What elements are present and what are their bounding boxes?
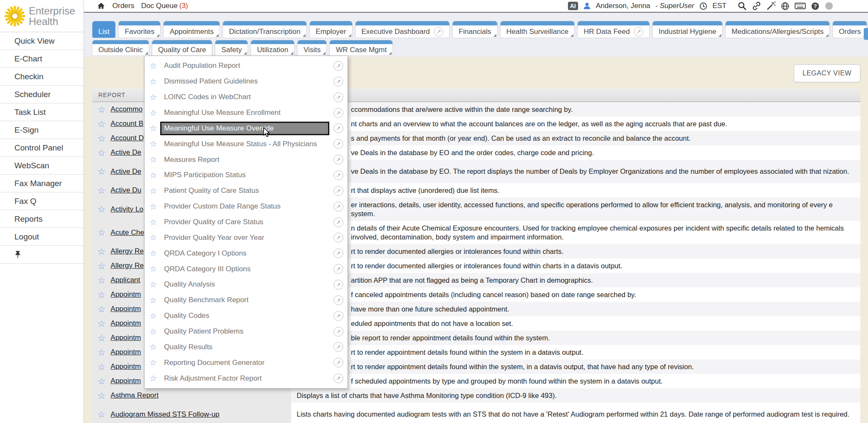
clock-icon[interactable] [699,2,707,10]
popout-arrow-icon[interactable]: ↗ [334,123,343,133]
menu-item[interactable]: ☆ QRDA Category III Options ↗ [145,261,348,277]
menu-item[interactable]: ☆ Meaningful Use Measure Enrollment ↗ [145,105,348,121]
sidebar-pin-row[interactable] [0,246,83,264]
report-link[interactable]: Applicant [111,276,140,284]
menu-item[interactable]: ☆ LOINC Codes in WebChart ↗ [145,89,348,105]
report-link[interactable]: Active De [111,148,142,157]
favorite-star-icon[interactable]: ☆ [97,205,106,214]
favorite-star-icon[interactable]: ☆ [150,359,157,367]
tab[interactable]: HR Data Feed ↗ [578,21,649,38]
popout-arrow-icon[interactable]: ↗ [334,92,343,102]
menu-item[interactable]: ☆ Quality Patient Problems ↗ [145,324,348,340]
sidebar-item[interactable]: Checkin [0,68,83,86]
favorite-star-icon[interactable]: ☆ [150,140,157,148]
popout-arrow-icon[interactable]: ↗ [334,295,343,305]
app-logo[interactable]: /* petals drawn below via JS */ [0,0,83,32]
menu-item[interactable]: ☆ Measures Report ↗ [145,152,348,167]
popout-arrow-icon[interactable]: ↗ [334,358,343,367]
popout-arrow-icon[interactable]: ↗ [334,233,343,242]
report-link[interactable]: Accommo [111,105,143,114]
menu-item[interactable]: ☆ MIPS Participation Status ↗ [145,167,348,183]
legacy-view-button[interactable]: LEGACY VIEW [794,64,860,82]
sidebar-item[interactable]: Logout [0,228,83,246]
search-icon[interactable] [737,1,747,11]
favorite-star-icon[interactable]: ☆ [97,276,106,285]
keyboard-icon[interactable] [795,2,806,10]
popout-arrow-icon[interactable]: ↗ [334,170,343,180]
tab[interactable]: Safety ↗ [215,40,248,56]
popout-arrow-icon[interactable]: ↗ [334,327,343,337]
report-link[interactable]: Active Du [111,186,142,195]
tab[interactable]: Orders ↗ [833,21,867,38]
popout-arrow-icon[interactable]: ↗ [434,27,443,36]
popout-arrow-icon[interactable]: ↗ [334,342,343,352]
popout-arrow-icon[interactable]: ↗ [334,202,343,212]
report-link[interactable]: Appointm [111,290,141,299]
sidebar-item[interactable]: Quick View [0,32,83,50]
popout-arrow-icon[interactable]: ↗ [334,61,343,71]
popout-arrow-icon[interactable]: ↗ [334,77,343,86]
favorite-star-icon[interactable]: ☆ [150,374,157,382]
tab[interactable]: Outside Clinic ↗ [92,40,149,56]
popout-arrow-icon[interactable]: ↗ [334,248,343,258]
favorite-star-icon[interactable]: ☆ [97,305,106,314]
report-link[interactable]: Account D [111,134,144,142]
favorite-star-icon[interactable]: ☆ [97,105,106,114]
ai-badge[interactable]: AI [568,2,578,10]
menu-item[interactable]: ☆ Quality Results ↗ [145,339,348,355]
sidebar-item[interactable]: E-Chart [0,50,83,68]
favorite-star-icon[interactable]: ☆ [150,78,157,86]
favorite-star-icon[interactable]: ☆ [150,296,157,304]
link-icon[interactable] [752,1,761,11]
tab[interactable]: WR Case Mgmt ↗ [330,40,392,56]
favorite-star-icon[interactable]: ☆ [150,203,157,211]
menu-item[interactable]: ☆ Dismissed Patient Guidelines ↗ [145,74,348,89]
home-icon[interactable] [97,2,106,10]
favorite-star-icon[interactable]: ☆ [150,187,157,195]
favorite-star-icon[interactable]: ☆ [97,120,106,128]
report-link[interactable]: Appointm [111,348,141,356]
favorite-star-icon[interactable]: ☆ [97,167,106,176]
menu-item[interactable]: ☆ Quality Benchmark Report ↗ [145,292,348,308]
popout-arrow-icon[interactable]: ↗ [334,217,343,227]
user-name[interactable]: Anderson, Jenna [596,2,651,10]
favorite-star-icon[interactable]: ☆ [97,362,106,371]
favorite-star-icon[interactable]: ☆ [97,290,106,299]
sidebar-item[interactable]: Fax Q [0,192,83,210]
menu-item[interactable]: ☆ Patient Quality of Care Status ↗ [145,183,348,199]
tab[interactable]: Dictation/Transcription ↗ [223,21,306,38]
wand-icon[interactable] [766,1,776,11]
menu-item[interactable]: ☆ Audit Population Report ↗ [145,58,348,74]
report-link[interactable]: Activity Lo [111,205,143,214]
tab[interactable]: Utilization ↗ [251,40,294,56]
menu-item[interactable]: ☆ Meaningful Use Measure Override ↗ [145,120,348,136]
popout-arrow-icon[interactable]: ↗ [334,155,343,164]
scrollbar-thumb[interactable] [864,28,868,40]
popout-arrow-icon[interactable]: ↗ [334,139,343,149]
report-link[interactable]: Appointm [111,305,141,313]
favorite-star-icon[interactable]: ☆ [150,234,157,242]
menu-item[interactable]: ☆ Risk Adjustment Factor Report ↗ [145,370,348,386]
tab[interactable]: Medications/Allergies/Scripts ↗ [726,21,829,38]
favorite-star-icon[interactable]: ☆ [150,93,157,101]
favorite-star-icon[interactable]: ☆ [150,109,157,117]
report-link[interactable]: Audiogram Missed STS Follow-up [111,410,220,419]
favorite-star-icon[interactable]: ☆ [150,218,157,226]
tab[interactable]: Favorites ↗ [119,21,160,38]
breadcrumb-doc-queue[interactable]: Doc Queue(3) [141,2,188,10]
favorite-star-icon[interactable]: ☆ [97,228,106,237]
favorite-star-icon[interactable]: ☆ [97,348,106,357]
sidebar-item[interactable]: Fax Manager [0,175,83,192]
popout-arrow-icon[interactable]: ↗ [334,264,343,274]
favorite-star-icon[interactable]: ☆ [150,124,157,132]
report-link[interactable]: Appointm [111,319,141,328]
menu-item[interactable]: ☆ Provider Quality of Care Status ↗ [145,214,348,230]
favorite-star-icon[interactable]: ☆ [97,319,106,328]
menu-item[interactable]: ☆ Quality Codes ↗ [145,308,348,324]
favorite-star-icon[interactable]: ☆ [150,343,157,351]
report-link[interactable]: Active De [111,167,142,176]
favorite-star-icon[interactable]: ☆ [150,156,157,164]
tab[interactable]: Industrial Hygiene ↗ [653,21,722,38]
favorite-star-icon[interactable]: ☆ [150,281,157,289]
popout-arrow-icon[interactable]: ↗ [334,108,343,118]
